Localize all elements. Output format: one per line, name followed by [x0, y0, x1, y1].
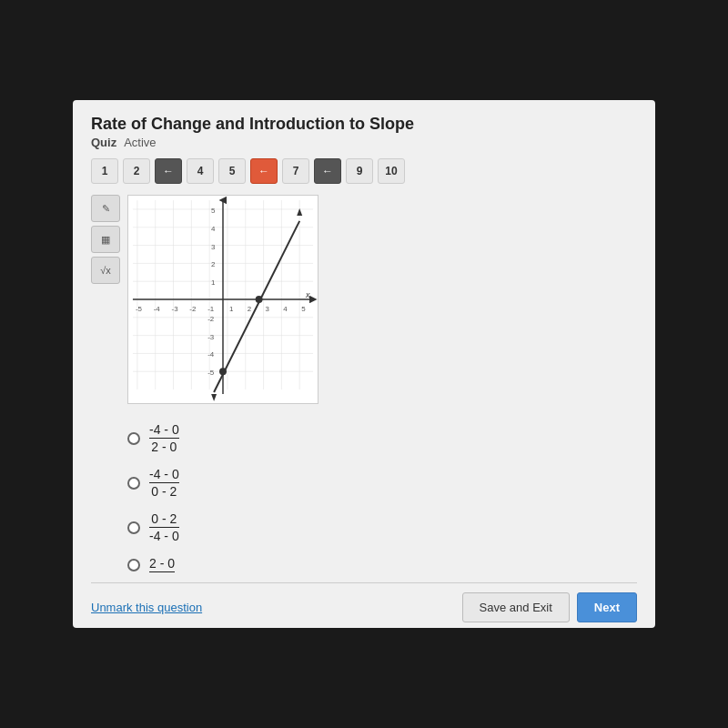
nav-btn-9[interactable]: 9 [346, 158, 373, 184]
svg-text:-2: -2 [207, 315, 214, 323]
fraction-2: -4 - 0 0 - 2 [149, 467, 179, 499]
next-button[interactable]: Next [577, 592, 637, 622]
nav-btn-5[interactable]: 5 [218, 158, 246, 184]
pencil-tool[interactable]: ✎ [91, 195, 120, 222]
svg-text:2: 2 [248, 305, 251, 313]
svg-text:1: 1 [229, 305, 234, 313]
option-2[interactable]: -4 - 0 0 - 2 [127, 467, 637, 499]
denominator-3: -4 - 0 [149, 528, 179, 543]
svg-text:-5: -5 [136, 305, 143, 313]
svg-text:-1: -1 [207, 305, 215, 313]
quiz-screen: Rate of Change and Introduction to Slope… [73, 100, 655, 628]
nav-btn-4[interactable]: 4 [187, 158, 214, 184]
svg-text:-4: -4 [154, 305, 161, 313]
svg-text:1: 1 [211, 278, 216, 287]
graph-container: -5 -4 -3 -2 -1 1 2 3 4 5 x 5 4 3 2 1 [127, 195, 318, 404]
navigation-bar: 12←45←7←910 [91, 158, 637, 184]
svg-text:5: 5 [211, 207, 216, 215]
nav-btn-7[interactable]: 7 [282, 158, 309, 184]
status-badge: Active [124, 136, 156, 149]
svg-text:3: 3 [266, 305, 270, 313]
radio-4[interactable] [127, 559, 140, 571]
svg-text:-3: -3 [207, 333, 215, 341]
quiz-status-row: Quiz Active [91, 136, 637, 149]
save-exit-button[interactable]: Save and Exit [462, 592, 570, 622]
sqrt-tool[interactable]: √x [91, 257, 120, 284]
numerator-2: -4 - 0 [149, 467, 179, 483]
main-content: -5 -4 -3 -2 -1 1 2 3 4 5 x 5 4 3 2 1 [127, 195, 637, 573]
nav-btn-8[interactable]: ← [314, 158, 341, 184]
svg-text:-2: -2 [189, 305, 196, 313]
nav-btn-2[interactable]: 2 [123, 158, 150, 184]
nav-btn-6[interactable]: ← [250, 158, 278, 184]
content-row: ✎ ▦ √x [91, 195, 637, 573]
svg-text:-4: -4 [207, 350, 215, 359]
denominator-2: 0 - 2 [151, 483, 177, 499]
footer-bar: Unmark this question Save and Exit Next [91, 582, 637, 633]
sidebar-tools: ✎ ▦ √x [91, 195, 120, 284]
numerator-3: 0 - 2 [149, 511, 179, 528]
page-title: Rate of Change and Introduction to Slope [91, 115, 637, 134]
answer-options: -4 - 0 2 - 0 -4 - 0 0 - 2 0 - 2 -4 - 0 [127, 422, 637, 573]
denominator-1: 2 - 0 [151, 439, 177, 454]
numerator-1: -4 - 0 [149, 422, 179, 439]
svg-text:2: 2 [211, 260, 215, 268]
svg-marker-43 [211, 394, 217, 401]
quiz-label: Quiz [91, 136, 116, 149]
fraction-3: 0 - 2 -4 - 0 [149, 511, 179, 543]
svg-text:-5: -5 [207, 369, 215, 377]
nav-buttons-group: 12←45←7←910 [91, 158, 405, 184]
svg-text:5: 5 [301, 305, 306, 313]
fraction-1: -4 - 0 2 - 0 [149, 422, 179, 454]
option-1[interactable]: -4 - 0 2 - 0 [127, 422, 637, 454]
svg-text:x: x [305, 290, 310, 299]
radio-3[interactable] [127, 521, 140, 534]
svg-point-46 [256, 296, 263, 303]
calculator-tool[interactable]: ▦ [91, 226, 120, 253]
svg-text:-3: -3 [172, 305, 179, 313]
unmark-link[interactable]: Unmark this question [91, 601, 202, 614]
nav-btn-1[interactable]: 1 [91, 158, 118, 184]
svg-text:4: 4 [283, 305, 288, 313]
fraction-4: 2 - 0 [149, 556, 175, 573]
nav-btn-3[interactable]: ← [155, 158, 182, 184]
radio-1[interactable] [127, 432, 140, 445]
option-3[interactable]: 0 - 2 -4 - 0 [127, 511, 637, 543]
numerator-4: 2 - 0 [149, 556, 175, 572]
svg-text:4: 4 [211, 225, 216, 233]
nav-btn-10[interactable]: 10 [378, 158, 405, 184]
radio-2[interactable] [127, 477, 140, 490]
svg-point-45 [219, 368, 227, 375]
coordinate-graph: -5 -4 -3 -2 -1 1 2 3 4 5 x 5 4 3 2 1 [128, 196, 318, 403]
svg-text:3: 3 [211, 243, 216, 251]
footer-buttons: Save and Exit Next [462, 592, 637, 622]
option-4[interactable]: 2 - 0 [127, 556, 637, 573]
